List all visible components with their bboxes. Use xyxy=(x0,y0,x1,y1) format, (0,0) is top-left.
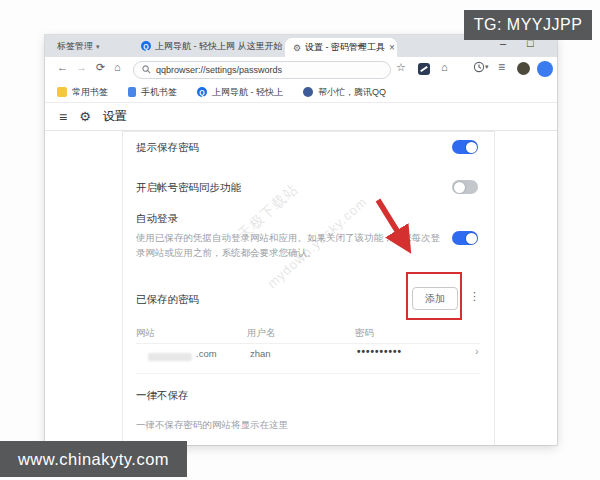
tab-label: 上网导航 - 轻快上网 从这里开始 xyxy=(155,40,283,53)
chevron-down-icon: ▾ xyxy=(485,63,489,71)
page-title: 设置 xyxy=(103,108,127,125)
setting-label-auto-login: 自动登录 xyxy=(136,212,178,226)
divider xyxy=(136,343,480,344)
toggle-prompt-save-password[interactable] xyxy=(452,140,478,154)
chevron-down-icon: ▾ xyxy=(96,43,100,51)
censored-website-blur xyxy=(148,353,192,361)
qqbrowser-logo-icon: Q xyxy=(197,87,207,97)
setting-label-sync: 开启帐号密码同步功能 xyxy=(136,181,241,195)
bookmark-label: 常用书签 xyxy=(72,86,108,99)
qqbrowser-logo-icon: Q xyxy=(141,41,151,51)
settings-menu-icon[interactable]: ≡ xyxy=(59,109,67,125)
column-header-website: 网站 xyxy=(136,327,155,340)
never-save-hint: 一律不保存密码的网站将显示在这里 xyxy=(136,419,288,432)
toggle-auto-login[interactable] xyxy=(452,231,478,245)
gear-icon: ⚙ xyxy=(79,109,91,124)
tab-manager-label: 标签管理 xyxy=(57,40,93,53)
never-save-title: 一律不保存 xyxy=(136,389,189,403)
folder-icon xyxy=(57,87,67,97)
website-cell: .com xyxy=(196,348,217,359)
setting-label-prompt-save: 提示保存密码 xyxy=(136,141,199,155)
forward-icon[interactable]: → xyxy=(76,61,87,73)
bookmark-star-icon[interactable]: ☆ xyxy=(396,61,406,74)
account-badge-icon[interactable] xyxy=(537,61,553,77)
home-icon[interactable]: ⌂ xyxy=(114,61,121,73)
address-bar[interactable]: qqbrowser://settings/passwords xyxy=(133,61,391,79)
watermark-top-right: TG: MYYJJPP xyxy=(464,10,592,40)
screenshot-stage: 标签管理 ▾ Q 上网导航 - 轻快上网 从这里开始 ⚙ 设置 - 密码管理工具… xyxy=(0,0,600,480)
bookmark-label: 上网导航 - 轻快上 xyxy=(212,86,283,99)
browser-window: 标签管理 ▾ Q 上网导航 - 轻快上网 从这里开始 ⚙ 设置 - 密码管理工具… xyxy=(45,35,557,445)
extension-icon[interactable] xyxy=(418,63,430,75)
search-icon xyxy=(142,65,151,74)
password-cell: •••••••••• xyxy=(357,346,402,357)
browser-toolbar: ← → ⟳ ⌂ qqbrowser://settings/passwords ☆… xyxy=(45,57,557,82)
phone-icon xyxy=(128,87,136,97)
chevron-right-icon[interactable]: › xyxy=(475,345,479,357)
bookmark-label: 帮小忙，腾讯QQ xyxy=(318,86,386,99)
divider xyxy=(136,373,480,374)
toggle-knob xyxy=(466,142,477,153)
url-text: qqbrowser://settings/passwords xyxy=(156,65,282,75)
new-tab-button[interactable]: + xyxy=(357,38,365,53)
bookmark-nav[interactable]: Q 上网导航 - 轻快上 xyxy=(197,86,283,99)
column-header-username: 用户名 xyxy=(247,327,276,340)
auto-login-description: 使用已保存的凭据自动登录网站和应用。如果关闭了该功能，在您每次登录网站或应用之前… xyxy=(136,230,444,260)
more-menu-icon[interactable]: ⋮ xyxy=(469,290,480,303)
gear-icon: ⚙ xyxy=(293,43,301,53)
username-cell: zhan xyxy=(250,348,271,359)
bookmark-qq-helper[interactable]: 帮小忙，腾讯QQ xyxy=(303,86,386,99)
settings-header: ≡ ⚙ 设置 xyxy=(45,103,557,131)
column-header-password: 密码 xyxy=(355,327,374,340)
watermark-bottom-left: www.chinakyty.com xyxy=(0,441,187,477)
profile-avatar[interactable] xyxy=(517,62,530,75)
tab-settings-passwords[interactable]: ⚙ 设置 - 密码管理工具 × xyxy=(285,38,397,57)
back-icon[interactable]: ← xyxy=(57,61,68,73)
tab-manager-button[interactable]: 标签管理 ▾ xyxy=(57,40,100,53)
toggle-account-password-sync[interactable] xyxy=(452,180,478,194)
bookmark-mobile[interactable]: 手机书签 xyxy=(128,86,177,99)
bookmarks-bar: 常用书签 手机书签 Q 上网导航 - 轻快上 帮小忙，腾讯QQ xyxy=(45,82,557,103)
reload-icon[interactable]: ⟳ xyxy=(96,61,105,74)
history-clock-icon xyxy=(473,61,485,73)
bookmark-label: 手机书签 xyxy=(141,86,177,99)
tab-close-icon[interactable]: × xyxy=(389,42,395,53)
history-button[interactable]: ▾ xyxy=(473,61,489,73)
tab-label: 设置 - 密码管理工具 xyxy=(305,41,385,54)
add-password-button[interactable]: 添加 xyxy=(412,287,458,310)
toggle-knob xyxy=(466,233,477,244)
toggle-knob xyxy=(454,182,465,193)
qq-penguin-icon xyxy=(303,87,313,97)
tab-nav-home[interactable]: Q 上网导航 - 轻快上网 从这里开始 xyxy=(133,35,283,57)
bookmark-common[interactable]: 常用书签 xyxy=(57,86,108,99)
home-panel-icon[interactable]: ⌂ xyxy=(441,61,448,73)
saved-passwords-title: 已保存的密码 xyxy=(136,293,199,307)
browser-menu-icon[interactable]: ≡ xyxy=(498,60,505,74)
